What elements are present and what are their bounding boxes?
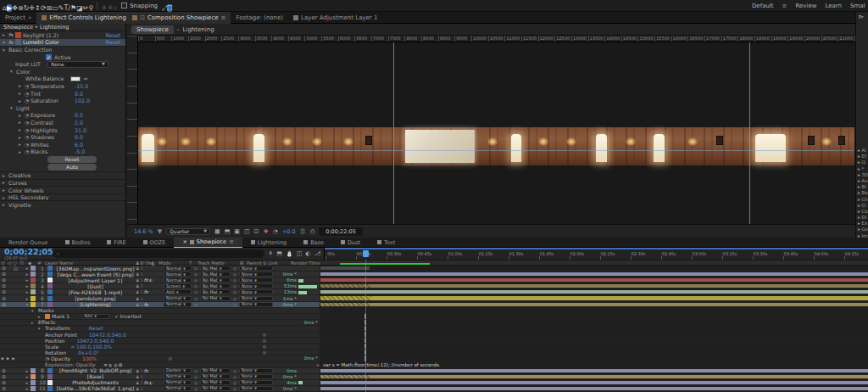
track-matte-icon[interactable]: ◎ (192, 272, 200, 277)
visibility-eye-icon[interactable]: ⊙ (0, 266, 8, 271)
label-color-chip[interactable] (31, 289, 37, 294)
layer-switches[interactable]: ♟∖fx (136, 368, 161, 373)
section-vignette[interactable]: ▸Vignette (0, 200, 125, 208)
expression-code[interactable]: var s = Math.floor(time/.12); //number o… (323, 362, 441, 367)
workspace-default[interactable]: Default (752, 3, 774, 9)
trkmat-select[interactable]: No Mat▼ (200, 380, 231, 385)
timeline-tab-bodies[interactable]: Bodies (57, 238, 99, 248)
property-value[interactable]: 10472.0,540.0 (76, 338, 114, 344)
parent-pickwhip-icon[interactable]: ◎ (231, 272, 239, 277)
twirl-icon[interactable]: ▸ (19, 135, 25, 140)
parent-pickwhip-icon[interactable]: ◎ (231, 266, 239, 271)
timeline-navigator-bar[interactable] (325, 248, 868, 249)
parent-select[interactable]: None▼ (239, 272, 273, 277)
parent-pickwhip-icon[interactable]: ◎ (231, 380, 239, 385)
layer-switches[interactable]: ♟∖ (136, 266, 161, 271)
expression-buttons[interactable]: ≡ ⊵ ◎ ✪ (104, 362, 123, 367)
layer-twirl-icon[interactable]: ▾ (24, 302, 31, 307)
inverted-checkbox[interactable]: ✓ (114, 314, 118, 319)
parent-link-dropdown[interactable]: None▼ (239, 277, 273, 283)
layer-twirl-icon[interactable]: ▸ (24, 277, 31, 283)
param-value[interactable]: 102.0 (75, 98, 90, 104)
mask-mode-dropdown[interactable]: Add▼ (81, 314, 109, 319)
layer-twirl-icon[interactable]: ▸ (24, 272, 31, 277)
property-value[interactable]: 100% (82, 356, 97, 361)
blend-mode-dropdown[interactable]: Normal▼ (164, 302, 192, 307)
label-color-chip[interactable] (31, 277, 37, 283)
blend-mode-dropdown[interactable]: Normal▼ (164, 272, 192, 277)
track-matte-dropdown[interactable]: No Mat▼ (200, 296, 231, 301)
timeline-search-input[interactable]: ⌕ (53, 249, 264, 258)
mode-select[interactable]: Normal▼ (164, 277, 192, 283)
stopwatch-icon[interactable]: ◔ (25, 83, 31, 89)
effects-category-item[interactable]: ▸ Ex (856, 221, 868, 227)
twirl-icon[interactable]: ▸ (19, 149, 25, 154)
layer-track[interactable] (320, 295, 868, 300)
parent-pickwhip-icon[interactable]: ◎ (231, 302, 239, 307)
track-matte-icon[interactable]: ◎ (192, 368, 200, 373)
twirl-icon[interactable]: ▾ (3, 40, 8, 45)
timeline-tab-base[interactable]: Base (295, 238, 332, 248)
close-tab-icon[interactable]: × (182, 238, 186, 245)
twirl-icon[interactable]: ▸ (3, 202, 8, 207)
twirl-icon[interactable]: ▸ (19, 120, 25, 125)
param-value[interactable]: 0.0 (75, 134, 83, 140)
stopwatch-icon[interactable]: ◔ (25, 134, 31, 140)
track-matte-dropdown[interactable]: No Mat▼ (200, 277, 231, 283)
keylight-reset-link[interactable]: Reset (105, 32, 120, 38)
stopwatch-icon[interactable]: ◔ (25, 142, 31, 148)
twirl-icon[interactable]: ▸ (31, 320, 38, 325)
section-color-wheels[interactable]: ▸Color Wheels (0, 186, 125, 193)
blend-mode-dropdown[interactable]: Normal▼ (164, 296, 192, 301)
parent-link-dropdown[interactable]: None▼ (239, 374, 273, 379)
layer-duration-bar[interactable] (320, 284, 868, 288)
effect-row-lumetri[interactable]: ▾ fx Lumetri Color Reset (0, 39, 125, 47)
mode-select[interactable]: Normal▼ (164, 380, 192, 385)
layer-name[interactable]: [360Map...nsparentDoors.png] (55, 266, 136, 272)
mode-select[interactable]: Screen▼ (164, 283, 192, 288)
property-value[interactable]: 0x+0.0° (78, 350, 99, 356)
hide-shy-layers-icon[interactable]: ⛄ (286, 250, 293, 257)
label-color-chip[interactable] (31, 374, 37, 379)
layer-name[interactable]: [Vega C...ween Event (5).png] (55, 272, 136, 277)
playhead-handle[interactable] (363, 250, 369, 257)
parent-select[interactable]: None▼ (239, 277, 273, 283)
horizontal-ruler[interactable]: 0500100015002000250030003500400045005000… (138, 36, 855, 42)
dimension-link-icon[interactable]: ◎ (166, 356, 175, 361)
property-row-opacity[interactable]: ◀ ◆ ▶◔Opacity100%◎0ms * (0, 356, 868, 361)
layer-duration-bar[interactable] (320, 290, 868, 294)
workspace-small-screen[interactable]: Small Sc (850, 3, 865, 9)
layer-track[interactable] (320, 380, 868, 385)
param-value[interactable]: 2.0 (75, 120, 83, 126)
t-header[interactable]: T (189, 260, 198, 266)
frame-blending-icon[interactable]: ◫ (297, 250, 303, 257)
workspace-menu-icon[interactable]: ≡ (782, 3, 787, 9)
trkmat-select[interactable]: No Mat▼ (200, 289, 231, 294)
effects-category-item[interactable]: ▸ Co (856, 209, 868, 215)
layer-switches[interactable]: ♟∖fx (136, 289, 161, 294)
parent-pickwhip-icon[interactable]: ◎ (231, 296, 239, 301)
property-value[interactable]: ∞ 100.0,100.0% (70, 344, 112, 350)
visibility-eye-icon[interactable]: ⊙ (0, 368, 8, 373)
mode-select[interactable]: Normal▼ (164, 374, 192, 379)
exposure-icon[interactable]: ◔ (273, 228, 278, 235)
parent-pickwhip-icon[interactable]: ◎ (231, 368, 239, 373)
tab-effect-controls[interactable]: Effect Controls Lightening ≡ (36, 12, 138, 24)
label-color-chip[interactable] (31, 386, 37, 391)
effects-category-item[interactable]: ▸ Ge (856, 227, 868, 232)
twirl-icon[interactable]: ▸ (3, 173, 8, 178)
resolution-dropdown[interactable]: Quarter▼ (166, 228, 210, 235)
layer-duration-bar[interactable] (320, 303, 868, 306)
stopwatch-icon[interactable]: ◔ (25, 112, 31, 118)
layer-duration-bar[interactable] (320, 296, 868, 300)
lumetri-auto-button[interactable]: Auto (47, 164, 97, 171)
render-time-header[interactable]: Render Time (291, 260, 325, 266)
horizontal-guide[interactable] (138, 150, 854, 151)
right-docked-panel[interactable]: Pr ▸ Al▸ Ef▸ Q▸ * ▸ 3D▸ Au▸ Bl▸ Bo▸ Ch▸ … (855, 12, 868, 238)
trkmat-select[interactable]: No Mat▼ (200, 283, 231, 288)
lumetri-reset-link[interactable]: Reset (105, 39, 120, 45)
timeline-tab-fire[interactable]: FIRE (98, 238, 134, 248)
track-matte-dropdown[interactable]: No Mat▼ (200, 368, 231, 373)
snapshot-camera-icon[interactable]: ⛻ (300, 228, 306, 235)
layer-switches[interactable]: ♟∖fx (136, 302, 161, 307)
